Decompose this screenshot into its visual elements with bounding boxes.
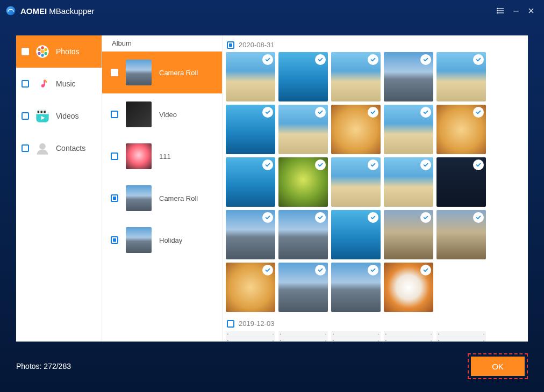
photo-thumb[interactable] xyxy=(278,157,328,207)
album-video[interactable]: Video xyxy=(102,93,222,135)
photo-thumb[interactable]: •›•›•›•›•›•›•› xyxy=(436,331,486,342)
album-holiday[interactable]: Holiday xyxy=(102,219,222,261)
date-group-header[interactable]: 2020-08-31 xyxy=(226,39,525,51)
photos-icon xyxy=(34,43,51,60)
checkbox[interactable] xyxy=(22,48,29,55)
svg-point-14 xyxy=(44,52,47,55)
photo-thumb[interactable] xyxy=(278,210,328,259)
checkbox[interactable] xyxy=(111,194,118,202)
category-label: Music xyxy=(56,79,76,88)
photo-thumb[interactable]: •›•›•›•›•›•›•› xyxy=(278,331,328,342)
photo-thumb[interactable] xyxy=(384,210,433,259)
check-icon xyxy=(368,212,378,223)
category-sidebar: PhotosMusicVideosContacts xyxy=(16,35,102,342)
photo-thumb[interactable] xyxy=(436,105,486,154)
album-thumb xyxy=(126,60,152,85)
photo-thumb[interactable] xyxy=(226,105,275,154)
check-icon xyxy=(262,54,273,65)
category-videos[interactable]: Videos xyxy=(16,100,102,132)
photo-thumb[interactable]: •›•›•›•›•›•›•› xyxy=(226,331,275,342)
checkbox[interactable] xyxy=(22,144,29,152)
photo-thumb[interactable] xyxy=(226,210,275,259)
photo-grid-scroll[interactable]: 2020-08-312019-12-03•›•›•›•›•›•›•›•›•›•›… xyxy=(223,35,528,342)
ok-highlight: OK xyxy=(468,353,528,379)
check-icon xyxy=(420,212,431,223)
photo-thumb[interactable]: •›•›•›•›•›•›•› xyxy=(384,331,433,342)
album-camera-roll2[interactable]: Camera Roll xyxy=(102,177,222,219)
album-label: Holiday xyxy=(159,236,182,244)
check-icon xyxy=(262,212,273,223)
date-group-header[interactable]: 2019-12-03 xyxy=(226,317,525,330)
minimize-button[interactable] xyxy=(509,3,524,18)
photo-thumb[interactable]: •›•›•›•›•›•›•› xyxy=(331,331,381,342)
photo-thumb[interactable] xyxy=(436,157,486,207)
check-icon xyxy=(420,265,431,275)
photo-thumb[interactable] xyxy=(384,105,433,154)
category-music[interactable]: Music xyxy=(16,68,102,100)
svg-point-16 xyxy=(38,52,40,55)
checkbox[interactable] xyxy=(227,320,234,328)
menu-list-icon[interactable] xyxy=(493,3,509,18)
checkbox[interactable] xyxy=(22,80,29,88)
album-thumb xyxy=(126,101,152,127)
ok-button[interactable]: OK xyxy=(471,357,525,376)
checkbox[interactable] xyxy=(111,153,118,160)
photo-thumb[interactable] xyxy=(331,52,381,101)
check-icon xyxy=(368,265,378,275)
checkbox[interactable] xyxy=(227,41,234,49)
category-label: Videos xyxy=(56,112,79,120)
checkbox[interactable] xyxy=(111,69,118,76)
svg-point-11 xyxy=(41,50,45,54)
photo-thumb[interactable] xyxy=(384,157,433,207)
album-111[interactable]: 111 xyxy=(102,135,222,177)
svg-rect-23 xyxy=(41,111,43,113)
photo-thumb[interactable] xyxy=(278,105,328,154)
check-icon xyxy=(315,159,326,170)
checkbox[interactable] xyxy=(111,111,118,118)
album-label: Camera Roll xyxy=(159,194,198,202)
category-contacts[interactable]: Contacts xyxy=(16,132,102,164)
check-icon xyxy=(315,265,326,275)
check-icon xyxy=(473,107,484,118)
check-icon xyxy=(368,107,378,118)
photo-thumb[interactable] xyxy=(331,157,381,207)
album-camera-roll[interactable]: Camera Roll xyxy=(102,52,222,93)
album-label: Camera Roll xyxy=(159,69,198,77)
main-panel: PhotosMusicVideosContacts Album Camera R… xyxy=(16,35,528,342)
category-label: Contacts xyxy=(56,144,85,153)
photo-thumb[interactable] xyxy=(278,52,328,101)
photo-thumb[interactable] xyxy=(436,52,486,101)
check-icon xyxy=(262,159,273,170)
svg-point-5 xyxy=(497,10,498,11)
svg-point-13 xyxy=(44,48,47,51)
check-icon xyxy=(368,159,378,170)
checkbox[interactable] xyxy=(111,236,118,244)
svg-point-19 xyxy=(41,84,45,88)
check-icon xyxy=(420,54,431,65)
check-icon xyxy=(473,159,484,170)
photo-thumb[interactable] xyxy=(226,263,275,312)
check-icon xyxy=(262,265,273,275)
category-photos[interactable]: Photos xyxy=(16,35,102,68)
check-icon xyxy=(473,54,484,65)
check-icon xyxy=(473,212,484,223)
date-label: 2020-08-31 xyxy=(239,41,275,49)
photo-thumb[interactable] xyxy=(226,52,275,101)
svg-point-12 xyxy=(41,46,44,49)
photo-thumb[interactable] xyxy=(436,210,486,259)
check-icon xyxy=(420,159,431,170)
album-header: Album xyxy=(102,35,222,52)
photo-thumb[interactable] xyxy=(331,263,381,312)
photo-thumb[interactable] xyxy=(278,263,328,312)
photo-thumb[interactable] xyxy=(331,105,381,154)
checkbox[interactable] xyxy=(22,112,29,120)
photo-thumb[interactable] xyxy=(384,52,433,101)
svg-rect-18 xyxy=(36,77,48,90)
close-button[interactable] xyxy=(524,3,539,18)
category-label: Photos xyxy=(56,47,80,56)
check-icon xyxy=(420,107,431,118)
svg-point-0 xyxy=(6,6,16,16)
photo-thumb[interactable] xyxy=(331,210,381,259)
photo-thumb[interactable] xyxy=(226,157,275,207)
photo-thumb[interactable] xyxy=(384,263,433,312)
